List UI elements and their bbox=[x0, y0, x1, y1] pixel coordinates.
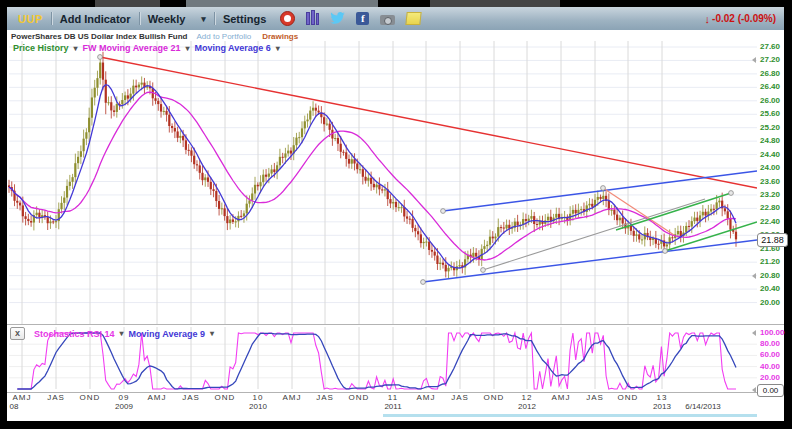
legend-item[interactable]: FW Moving Average 21 bbox=[83, 43, 181, 53]
axis-marker-icon bbox=[752, 330, 756, 336]
price-axis-label: 23.60 bbox=[760, 177, 780, 186]
price-axis-label: 23.20 bbox=[760, 190, 780, 199]
oscillator-axis-label: 60.00 bbox=[760, 350, 780, 359]
legend-item[interactable]: Moving Average 9 bbox=[129, 329, 205, 339]
x-axis-quarter-label: 11 bbox=[388, 393, 398, 402]
price-axis-label: 22.80 bbox=[760, 203, 780, 212]
camera-icon[interactable] bbox=[380, 15, 395, 25]
add-to-portfolio-link[interactable]: Add to Portfolio bbox=[196, 32, 251, 41]
oscillator-axis-label: 20.00 bbox=[760, 373, 780, 382]
x-axis-quarter-label: OND bbox=[349, 393, 370, 402]
oscillator-axis-label: 40.00 bbox=[760, 362, 780, 371]
x-axis-quarter-label: OND bbox=[80, 393, 101, 402]
x-axis-quarter-label: OND bbox=[215, 393, 236, 402]
facebook-icon[interactable]: f bbox=[356, 12, 369, 25]
toolbar-separator bbox=[51, 12, 52, 25]
chart-application-window: UUP Add Indicator Weekly ▾ Settings f ↓ … bbox=[0, 0, 792, 429]
x-axis-quarter-label: AMJ bbox=[148, 393, 167, 402]
x-axis-quarter-label: 13 bbox=[657, 393, 668, 402]
symbol-label: UUP bbox=[18, 13, 43, 25]
price-axis-label: 20.00 bbox=[760, 298, 780, 307]
toolbar-icons: f bbox=[280, 11, 421, 26]
x-axis-quarter-label: 09 bbox=[119, 393, 130, 402]
chevron-down-icon[interactable]: ▾ bbox=[276, 44, 280, 53]
stochastics-legend: xStochastics RSI 14▾Moving Average 9▾ bbox=[10, 327, 214, 340]
x-axis-year-label: 08 bbox=[10, 402, 19, 411]
x-axis-quarter-label: JAS bbox=[182, 393, 200, 402]
note-icon[interactable] bbox=[406, 12, 422, 25]
chevron-down-icon[interactable]: ▾ bbox=[185, 44, 189, 53]
price-axis-label: 22.40 bbox=[760, 217, 780, 226]
x-axis-quarter-label: JAS bbox=[586, 393, 604, 402]
drawings-menu[interactable]: Drawings bbox=[262, 32, 298, 41]
price-axis-label: 26.40 bbox=[760, 82, 780, 91]
price-axis-label: 27.60 bbox=[760, 42, 780, 51]
x-axis-quarter-label: 12 bbox=[522, 393, 533, 402]
price-change-indicator: ↓ -0.02 (-0.09%) bbox=[705, 13, 776, 25]
main-chart-canvas[interactable] bbox=[8, 41, 757, 324]
alarm-clock-icon[interactable] bbox=[280, 11, 295, 26]
chevron-down-icon[interactable]: ▾ bbox=[201, 14, 206, 24]
price-panel-legend: Price History▾FW Moving Average 21▾Movin… bbox=[13, 43, 280, 53]
x-axis-year-label: 6/14/2013 bbox=[685, 402, 721, 411]
legend-item[interactable]: Price History bbox=[13, 43, 69, 53]
scrollbar-thumb[interactable] bbox=[383, 414, 757, 417]
price-axis-label: 27.20 bbox=[760, 55, 780, 64]
price-axis-label: 25.60 bbox=[760, 109, 780, 118]
x-axis-year-label: 2009 bbox=[115, 402, 133, 411]
legend-item[interactable]: Moving Average 6 bbox=[194, 43, 270, 53]
toolbar: UUP Add Indicator Weekly ▾ Settings f ↓ … bbox=[7, 7, 784, 30]
toolbar-separator bbox=[214, 12, 215, 25]
x-axis-quarter-label: OND bbox=[618, 393, 639, 402]
settings-button[interactable]: Settings bbox=[223, 13, 266, 25]
x-axis-quarter-label: 10 bbox=[253, 393, 264, 402]
chevron-down-icon[interactable]: ▾ bbox=[120, 329, 124, 338]
x-axis-year-label: 2013 bbox=[653, 402, 671, 411]
x-axis-quarter-label: JAS bbox=[316, 393, 334, 402]
x-axis-quarter-label: OND bbox=[484, 393, 505, 402]
fund-name: PowerShares DB US Dollar Index Bullish F… bbox=[11, 32, 187, 41]
price-axis-label: 24.40 bbox=[760, 150, 780, 159]
price-axis-label: 24.00 bbox=[760, 163, 780, 172]
period-dropdown[interactable]: Weekly bbox=[148, 13, 186, 25]
x-axis-quarter-label: AMJ bbox=[13, 393, 32, 402]
chevron-down-icon[interactable]: ▾ bbox=[74, 44, 78, 53]
legend-item[interactable]: Stochastics RSI 14 bbox=[34, 329, 115, 339]
chevron-down-icon[interactable]: ▾ bbox=[210, 329, 214, 338]
frame-segment bbox=[186, 0, 378, 7]
x-axis-quarter-label: JAS bbox=[47, 393, 65, 402]
current-price-box: 21.88 bbox=[757, 233, 788, 247]
oscillator-axis-label: 100.00 bbox=[760, 328, 784, 337]
oscillator-zero-box: 0.00 bbox=[757, 384, 784, 397]
axis-marker-icon bbox=[752, 57, 756, 63]
frame-segment bbox=[95, 0, 160, 7]
x-axis-quarter-label: AMJ bbox=[417, 393, 436, 402]
x-axis-year-label: 2012 bbox=[518, 402, 536, 411]
add-indicator-button[interactable]: Add Indicator bbox=[60, 13, 131, 25]
columns-icon[interactable] bbox=[306, 12, 319, 25]
x-axis-year-label: 2010 bbox=[249, 402, 267, 411]
price-axis-label: 25.20 bbox=[760, 123, 780, 132]
twitter-icon[interactable] bbox=[330, 12, 345, 26]
frame-segment bbox=[430, 0, 560, 7]
price-axis-label: 21.20 bbox=[760, 257, 780, 266]
price-axis-label: 20.80 bbox=[760, 271, 780, 280]
x-axis-year-label: 2011 bbox=[384, 402, 401, 411]
oscillator-axis-label: 80.00 bbox=[760, 339, 780, 348]
down-arrow-icon: ↓ bbox=[705, 13, 711, 25]
toolbar-separator bbox=[139, 12, 140, 25]
close-panel-button[interactable]: x bbox=[10, 327, 25, 340]
x-axis-quarter-label: AMJ bbox=[283, 393, 302, 402]
price-axis-label: 26.80 bbox=[760, 69, 780, 78]
price-axis-label: 26.00 bbox=[760, 96, 780, 105]
x-axis-quarter-label: AMJ bbox=[552, 393, 571, 402]
x-axis-quarter-label: JAS bbox=[451, 393, 469, 402]
price-axis-label: 20.40 bbox=[760, 284, 780, 293]
axis-marker-icon bbox=[752, 273, 756, 279]
price-axis-label: 24.80 bbox=[760, 136, 780, 145]
change-value: -0.02 (-0.09%) bbox=[712, 13, 776, 24]
